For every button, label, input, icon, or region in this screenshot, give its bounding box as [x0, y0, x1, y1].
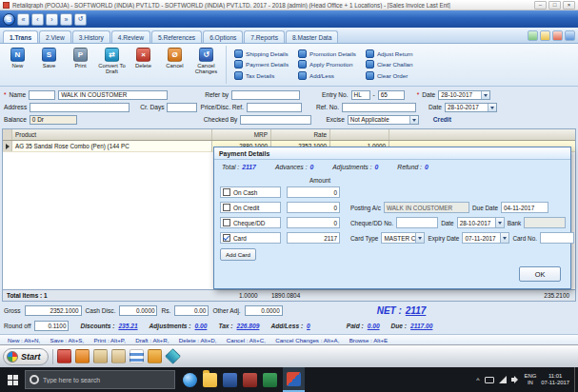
close-button[interactable]: × — [563, 1, 575, 10]
quicklaunch-folder-2-icon[interactable] — [111, 349, 126, 363]
discounts-value[interactable]: 235.21 — [118, 323, 137, 329]
card-type-dropdown[interactable]: MASTER CAR — [381, 232, 425, 244]
checkbox-icon[interactable] — [223, 219, 230, 226]
address-field[interactable] — [30, 103, 130, 112]
tab-options[interactable]: 6.Options — [203, 30, 243, 43]
volume-icon[interactable] — [511, 376, 520, 383]
calculator-app-icon[interactable] — [130, 349, 144, 363]
ref-no-field[interactable] — [342, 103, 416, 112]
tab-references[interactable]: 5.References — [151, 30, 202, 43]
checkbox-icon[interactable] — [223, 188, 230, 196]
entry-prefix-field[interactable]: HL — [351, 90, 370, 100]
cr-days-field[interactable] — [167, 103, 197, 112]
print-button[interactable]: P Print — [65, 46, 96, 84]
card-amount-field[interactable]: 2117 — [287, 232, 340, 244]
chevron-down-icon[interactable] — [415, 233, 424, 243]
refresh-button[interactable]: ↺ — [74, 13, 87, 26]
on-cash-checkbox[interactable]: On Cash — [220, 186, 281, 198]
search-input[interactable] — [43, 377, 155, 383]
column-header-rate[interactable]: Rate — [271, 129, 330, 140]
cash-amount-field[interactable]: 0 — [287, 186, 340, 198]
card-no-field[interactable] — [540, 232, 574, 244]
chevron-down-icon[interactable] — [488, 104, 496, 111]
network-icon[interactable] — [499, 376, 507, 383]
tab-master-data[interactable]: 8.Master Data — [286, 30, 338, 43]
checkbox-checked-icon[interactable] — [223, 234, 230, 242]
taskbar-search-box[interactable] — [25, 370, 175, 389]
clock[interactable]: 11:01 07-11-2017 — [541, 373, 569, 387]
mail-icon[interactable] — [540, 30, 550, 41]
shipping-details-button[interactable]: Shipping Details — [234, 49, 289, 59]
entry-number-field[interactable]: 65 — [378, 90, 405, 100]
cheque-amount-field[interactable]: 0 — [287, 217, 340, 228]
tray-chevron-icon[interactable]: ^ — [476, 377, 479, 383]
customer-name-field[interactable]: WALK IN COUSTOMER — [58, 90, 168, 100]
cheque-date-dropdown[interactable]: 28-10-2017 — [457, 217, 505, 228]
quicklaunch-shortcut-2-icon[interactable] — [75, 349, 90, 363]
apply-promotion-button[interactable]: Apply Promotion — [298, 60, 356, 70]
checked-by-field[interactable] — [240, 115, 311, 125]
convert-to-draft-button[interactable]: ⇄ Convert To Draft — [96, 46, 128, 84]
minimize-button[interactable]: – — [534, 1, 547, 10]
adjustments-value[interactable]: 0.00 — [195, 323, 208, 329]
spreadsheet-app-icon[interactable] — [263, 373, 277, 387]
cash-disc-amount-field[interactable]: 0.00 — [174, 305, 209, 316]
cancel-button[interactable]: Ø Cancel — [159, 46, 190, 84]
payment-details-button[interactable]: Payment Details — [234, 60, 289, 70]
chevron-down-icon[interactable] — [481, 91, 489, 99]
card-checkbox[interactable]: Card — [220, 232, 281, 244]
refer-by-field[interactable] — [231, 90, 300, 100]
touch-keyboard-icon[interactable] — [485, 377, 494, 383]
gross-field[interactable]: 2352.1000 — [25, 305, 82, 316]
new-button[interactable]: N New — [2, 46, 33, 84]
ok-button[interactable]: OK — [519, 266, 561, 282]
word-app-icon[interactable] — [223, 373, 237, 387]
alert-icon[interactable] — [552, 30, 563, 41]
calculator-icon[interactable] — [528, 30, 538, 41]
quicklaunch-shortcut-1-icon[interactable] — [57, 349, 71, 363]
language-indicator[interactable]: ENG IN — [525, 373, 537, 387]
cash-disc-field[interactable]: 0.0000 — [119, 305, 157, 316]
start-button-classic[interactable]: Start — [3, 348, 49, 365]
tab-history[interactable]: 3.History — [72, 30, 110, 43]
tax-details-button[interactable]: Tax Details — [234, 70, 289, 81]
calendar-icon[interactable] — [565, 30, 575, 41]
chevron-down-icon[interactable] — [500, 233, 508, 243]
clear-challan-button[interactable]: Clear Challan — [366, 60, 413, 70]
nav-previous-button[interactable]: ‹ — [31, 13, 44, 26]
cheque-no-field[interactable] — [396, 217, 438, 228]
paid-value[interactable]: 0.00 — [368, 323, 380, 329]
add-card-button[interactable]: Add Card — [220, 248, 256, 261]
checkbox-icon[interactable] — [223, 204, 230, 211]
net-value[interactable]: 2117 — [406, 305, 427, 316]
credit-amount-field[interactable]: 0 — [287, 202, 340, 213]
adjust-return-button[interactable]: Adjust Return — [366, 49, 413, 59]
cell-product[interactable]: AG 35 Sandal Rose Combo (Pen) (144 PC — [12, 141, 212, 151]
expiry-date-dropdown[interactable]: 07-11-2017 — [462, 232, 509, 244]
excise-dropdown[interactable]: Not Applicable — [348, 115, 419, 125]
cheque-dd-checkbox[interactable]: Cheque/DD — [220, 217, 281, 228]
column-header-product[interactable]: Product — [12, 129, 212, 140]
other-adj-field[interactable]: 0.0000 — [245, 305, 283, 316]
quicklaunch-folder-1-icon[interactable] — [93, 349, 108, 363]
invoice-date-dropdown[interactable]: 28-10-2017 — [438, 90, 490, 100]
column-header-mrp[interactable]: MRP — [212, 129, 271, 140]
quicklaunch-shortcut-3-icon[interactable] — [165, 348, 181, 364]
due-value[interactable]: 2117.00 — [410, 323, 432, 329]
show-desktop-button[interactable] — [574, 367, 577, 392]
round-off-field[interactable]: 0.1100 — [34, 321, 69, 331]
nav-last-button[interactable]: » — [60, 13, 72, 26]
add-less-button[interactable]: Add/Less — [298, 70, 356, 81]
windows-start-button[interactable] — [0, 367, 25, 392]
on-credit-checkbox[interactable]: On Credit — [220, 202, 281, 213]
browser-icon[interactable] — [183, 373, 197, 387]
customer-code-field[interactable] — [29, 90, 55, 100]
tax-value[interactable]: 226.809 — [237, 323, 260, 329]
quicklaunch-folder-3-icon[interactable] — [148, 349, 162, 363]
delete-button[interactable]: × Delete — [128, 46, 159, 84]
add-less-value[interactable]: 0 — [307, 323, 310, 329]
dialog-titlebar[interactable]: Payment Details — [214, 147, 570, 160]
active-app-task[interactable] — [283, 367, 305, 392]
maximize-button[interactable]: □ — [548, 1, 561, 10]
tab-view[interactable]: 2.View — [39, 30, 71, 43]
